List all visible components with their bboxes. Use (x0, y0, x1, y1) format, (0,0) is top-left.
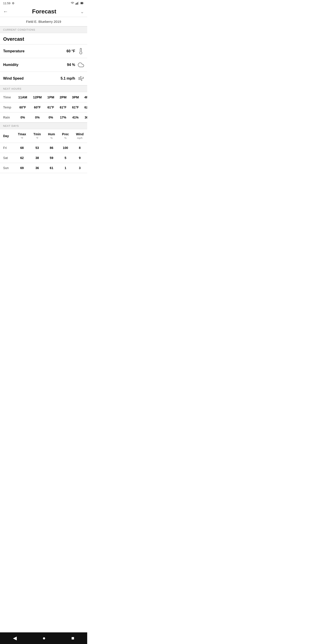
table-row: Sat 62 38 59 5 9 (0, 153, 87, 163)
thermometer-icon (78, 48, 84, 54)
page-title: Forecast (32, 8, 56, 15)
wind-icon (78, 75, 84, 82)
day-cell: Sun (0, 163, 14, 173)
humidity-value: 94 % (67, 63, 75, 67)
status-time: 11:59 (3, 2, 10, 5)
temperature-value: 60 °F (67, 49, 75, 53)
temperature-row: Temperature 60 °F (0, 44, 87, 58)
svg-rect-2 (77, 2, 78, 5)
tmax-col-header: Tmax °F (14, 129, 30, 143)
wind-col-header: Wind mp/h (72, 129, 87, 143)
temp-11am: 60°F (16, 102, 30, 112)
tmin-cell: 38 (30, 153, 44, 163)
wind-cell: 8 (72, 143, 87, 153)
settings-icon: ⚙ (12, 2, 14, 5)
rain-2pm: 17% (57, 112, 69, 122)
rain-row: Rain 0% 0% 0% 17% 41% 36% (0, 112, 87, 122)
humidity-row: Humidity 94 % (0, 58, 87, 72)
prec-col-header: Prec % (58, 129, 72, 143)
battery-icon (80, 2, 84, 5)
hour-3pm: 3PM (69, 92, 82, 102)
tmin-cell: 36 (30, 163, 44, 173)
field-name: Field E. Blueberry 2019 (0, 17, 87, 26)
hour-11am: 11AM (16, 92, 30, 102)
rain-row-label: Rain (0, 112, 16, 122)
dropdown-button[interactable]: ⌄ (80, 9, 84, 14)
temp-row: Temp 60°F 60°F 61°F 61°F 61°F 62°F (0, 102, 87, 112)
wifi-icon (71, 1, 74, 5)
condition-block: Overcast (0, 33, 87, 44)
hum-cell: 61 (44, 163, 58, 173)
hour-4pm: 4PM (82, 92, 87, 102)
tmax-cell: 62 (14, 153, 30, 163)
wind-speed-right: 5.1 mp/h (60, 75, 84, 82)
status-left: 11:59 ⚙ (3, 2, 14, 5)
temp-1pm: 61°F (44, 102, 57, 112)
rain-4pm: 36% (82, 112, 87, 122)
temp-12pm: 60°F (30, 102, 45, 112)
time-header: Time (0, 92, 16, 102)
status-bar: 11:59 ⚙ (0, 0, 87, 6)
rain-11am: 0% (16, 112, 30, 122)
tmax-cell: 69 (14, 163, 30, 173)
rain-3pm: 41% (69, 112, 82, 122)
svg-rect-1 (76, 3, 77, 5)
hour-2pm: 2PM (57, 92, 69, 102)
temp-3pm: 61°F (69, 102, 82, 112)
hour-1pm: 1PM (44, 92, 57, 102)
wind-speed-value: 5.1 mp/h (60, 76, 75, 80)
wind-cell: 3 (72, 163, 87, 173)
day-cell: Fri (0, 143, 14, 153)
table-row: Fri 68 53 86 100 8 (0, 143, 87, 153)
temp-row-label: Temp (0, 102, 16, 112)
wind-speed-row: Wind Speed 5.1 mp/h (0, 72, 87, 86)
header: ← Forecast ⌄ (0, 6, 87, 17)
prec-cell: 5 (58, 153, 72, 163)
tmin-col-header: Tmin °F (30, 129, 44, 143)
wind-speed-label: Wind Speed (3, 76, 24, 80)
days-table: Day Tmax °F Tmin °F Hum % Prec % Wind mp… (0, 129, 87, 173)
cloud-icon (78, 62, 84, 68)
temperature-label: Temperature (3, 49, 24, 53)
tmin-cell: 53 (30, 143, 44, 153)
temp-4pm: 62°F (82, 102, 87, 112)
day-col-header: Day (0, 129, 14, 143)
signal-icon (75, 1, 79, 5)
wind-cell: 9 (72, 153, 87, 163)
days-header-row: Day Tmax °F Tmin °F Hum % Prec % Wind mp… (0, 129, 87, 143)
temp-2pm: 61°F (57, 102, 69, 112)
prec-cell: 1 (58, 163, 72, 173)
hum-cell: 86 (44, 143, 58, 153)
humidity-right: 94 % (67, 62, 84, 68)
humidity-label: Humidity (3, 63, 18, 67)
time-row: Time 11AM 12PM 1PM 2PM 3PM 4PM (0, 92, 87, 102)
next-hours-label: NEXT HOURS (0, 86, 87, 92)
day-cell: Sat (0, 153, 14, 163)
hum-cell: 59 (44, 153, 58, 163)
hours-table: Time 11AM 12PM 1PM 2PM 3PM 4PM Temp 60°F… (0, 92, 87, 122)
rain-1pm: 0% (44, 112, 57, 122)
next-days-label: NEXT DAYS (0, 122, 87, 129)
svg-rect-3 (78, 2, 79, 4)
tmax-cell: 68 (14, 143, 30, 153)
svg-rect-6 (81, 2, 83, 4)
hour-12pm: 12PM (30, 92, 45, 102)
condition-text: Overcast (3, 36, 24, 42)
hours-section: Time 11AM 12PM 1PM 2PM 3PM 4PM Temp 60°F… (0, 92, 87, 122)
hum-col-header: Hum % (44, 129, 58, 143)
prec-cell: 100 (58, 143, 72, 153)
current-conditions-label: CURRENT CONDITIONS (0, 26, 87, 33)
table-row: Sun 69 36 61 1 3 (0, 163, 87, 173)
status-right (71, 1, 84, 5)
temperature-right: 60 °F (67, 48, 84, 54)
svg-rect-0 (76, 3, 76, 4)
rain-12pm: 0% (30, 112, 45, 122)
back-button[interactable]: ← (3, 9, 8, 14)
